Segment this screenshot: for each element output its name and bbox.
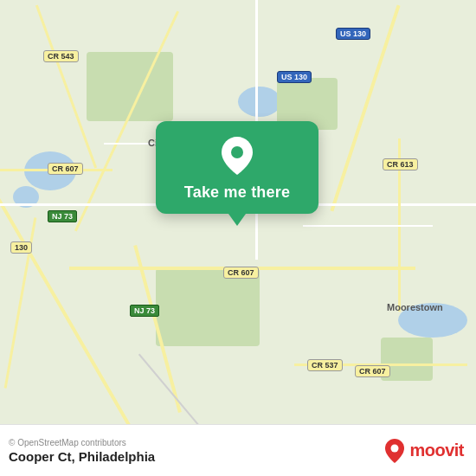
popup-card[interactable]: Take me there [156, 121, 318, 214]
svg-point-1 [391, 444, 399, 452]
water-body-3 [238, 87, 281, 117]
label-cr607-mid: CR 607 [223, 267, 259, 279]
road-small-2 [303, 225, 433, 227]
label-cr607-right: CR 607 [355, 365, 390, 377]
label-cr537: CR 537 [307, 359, 343, 371]
label-us130-top: US 130 [336, 28, 370, 40]
label-us130-mid: US 130 [277, 71, 312, 83]
map-background [0, 0, 476, 476]
location-name: Cooper Ct, Philadelphia [9, 449, 155, 464]
copyright-text: © OpenStreetMap contributors [9, 438, 155, 447]
label-cr607-top: CR 607 [48, 163, 83, 175]
svg-point-0 [231, 146, 243, 158]
map-container: CR 543 CR 607 CR 607 CR 607 CR 613 CR 53… [0, 0, 476, 476]
bottom-left-info: © OpenStreetMap contributors Cooper Ct, … [9, 438, 155, 464]
moovit-logo: moovit [385, 439, 464, 463]
bottom-bar: © OpenStreetMap contributors Cooper Ct, … [0, 424, 476, 476]
location-pin-icon [222, 137, 253, 175]
label-130: 130 [10, 241, 32, 254]
label-cr543: CR 543 [43, 50, 79, 62]
label-nj73-mid: NJ 73 [130, 305, 159, 317]
label-nj73-left: NJ 73 [48, 210, 77, 222]
moovit-text: moovit [409, 441, 464, 460]
take-me-there-label[interactable]: Take me there [184, 183, 290, 202]
park-3 [156, 268, 260, 346]
moovit-pin-icon [385, 439, 404, 463]
label-cr613: CR 613 [383, 158, 418, 170]
label-moorestown: Moorestown [384, 301, 446, 313]
